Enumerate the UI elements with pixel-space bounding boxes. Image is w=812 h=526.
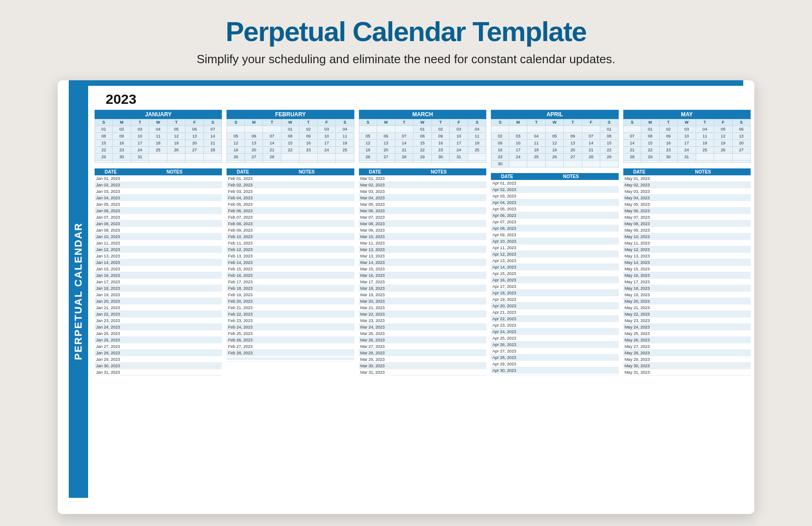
day-cell: 01 [600, 126, 618, 133]
notes-row [491, 374, 618, 376]
week-row: 05060708091011 [227, 133, 354, 140]
week-row: 19202122232425 [227, 147, 354, 154]
day-cell: 09 [660, 133, 678, 140]
notes-date-cell: Feb 25, 2023 [227, 330, 259, 337]
day-cell [527, 161, 545, 167]
notes-header: DATENOTES [95, 168, 222, 175]
notes-date-cell: May 21, 2023 [623, 305, 656, 311]
day-cell: 07 [582, 133, 600, 140]
day-cell: 21 [204, 140, 222, 147]
notes-value-cell [523, 296, 618, 303]
day-cell: 06 [245, 133, 263, 140]
month-column: MAYSMTWTFS010203040506070809101112131415… [623, 110, 751, 376]
month-header: MAY [623, 110, 751, 119]
notes-date-cell: Feb 15, 2023 [227, 266, 259, 272]
notes-value-cell [656, 272, 751, 279]
notes-date-cell: May 05, 2023 [623, 201, 656, 208]
notes-value-cell [127, 182, 222, 188]
notes-row: May 29, 2023 [623, 356, 751, 363]
notes-value-cell [259, 298, 354, 305]
notes-date-cell: Apr 24, 2023 [491, 329, 523, 335]
notes-value-cell [523, 361, 618, 367]
day-cell: 05 [546, 133, 564, 140]
notes-date-cell: Mar 25, 2023 [359, 330, 391, 337]
notes-row: Mar 08, 2023 [359, 221, 486, 227]
notes-value-cell [656, 214, 751, 221]
notes-row: Jan 25, 2023 [95, 330, 222, 337]
notes-row: May 03, 2023 [623, 188, 751, 195]
notes-row: Feb 23, 2023 [227, 317, 354, 324]
week-row: 010203040506 [623, 126, 751, 133]
day-cell: 26 [714, 147, 732, 154]
day-cell [377, 126, 395, 133]
day-cell: 24 [450, 147, 468, 154]
notes-row: Feb 28, 2023 [227, 350, 354, 356]
notes-date-cell: Apr 15, 2023 [491, 270, 523, 277]
notes-row: Jan 09, 2023 [95, 227, 222, 233]
day-cell: 12 [359, 140, 377, 147]
notes-value-cell [259, 266, 354, 272]
notes-date-cell: Mar 13, 2023 [359, 253, 391, 259]
notes-row: May 12, 2023 [623, 246, 751, 253]
notes-value-cell [391, 330, 486, 337]
notes-row: Mar 04, 2023 [359, 195, 486, 201]
notes-date-cell: Mar 02, 2023 [359, 182, 391, 188]
notes-date-cell: Apr 05, 2023 [491, 206, 523, 212]
notes-row: May 07, 2023 [623, 214, 751, 221]
day-cell: 14 [204, 133, 222, 140]
notes-row: Apr 22, 2023 [491, 316, 618, 322]
week-row: 12131415161718 [227, 140, 354, 147]
day-cell: 28 [395, 154, 413, 161]
notes-row: Jan 27, 2023 [95, 343, 222, 350]
week-row: 293031 [95, 154, 222, 161]
notes-date-cell: Feb 08, 2023 [227, 221, 259, 227]
notes-row: Feb 27, 2023 [227, 343, 354, 350]
notes-date-cell: May 02, 2023 [623, 182, 656, 188]
week-row: 01020304 [227, 126, 354, 133]
notes-value-cell [259, 324, 354, 330]
notes-row: Feb 04, 2023 [227, 195, 354, 201]
notes-date-cell: Mar 22, 2023 [359, 311, 391, 317]
notes-date-cell: Jan 29, 2023 [95, 356, 127, 363]
notes-date-cell: Apr 17, 2023 [491, 283, 523, 290]
day-cell: 01 [95, 126, 113, 133]
day-cell [546, 161, 564, 167]
notes-row: Feb 18, 2023 [227, 285, 354, 292]
notes-date-cell: May 23, 2023 [623, 317, 656, 324]
notes-header-notes: NOTES [259, 168, 354, 175]
notes-date-cell: Apr 30, 2023 [491, 367, 523, 374]
notes-row: Feb 10, 2023 [227, 233, 354, 240]
day-cell: 28 [263, 154, 281, 161]
day-cell: 09 [113, 133, 131, 140]
notes-value-cell [259, 279, 354, 285]
day-cell: 26 [227, 154, 245, 161]
notes-date-cell: May 25, 2023 [623, 330, 656, 337]
dow-cell: M [245, 119, 263, 126]
notes-date-cell: Mar 04, 2023 [359, 195, 391, 201]
notes-row: Apr 19, 2023 [491, 296, 618, 303]
notes-row: Apr 26, 2023 [491, 341, 618, 348]
notes-date-cell: Feb 27, 2023 [227, 343, 259, 350]
notes-value-cell [391, 227, 486, 233]
notes-date-cell: Mar 08, 2023 [359, 221, 391, 227]
notes-date-cell: Mar 29, 2023 [359, 356, 391, 363]
notes-row: May 24, 2023 [623, 324, 751, 330]
notes-value-cell [523, 290, 618, 296]
day-cell [623, 126, 641, 133]
notes-row: May 31, 2023 [623, 369, 751, 376]
notes-date-cell: Feb 26, 2023 [227, 337, 259, 343]
notes-value-cell [391, 266, 486, 272]
dow-cell: T [131, 119, 149, 126]
day-cell: 07 [623, 133, 641, 140]
notes-date-cell: Feb 06, 2023 [227, 208, 259, 214]
notes-date-cell: Feb 13, 2023 [227, 253, 259, 259]
dow-cell: W [281, 119, 299, 126]
notes-date-cell: Mar 21, 2023 [359, 305, 391, 311]
day-cell: 27 [185, 147, 203, 154]
notes-row: May 15, 2023 [623, 266, 751, 272]
notes-row: Jan 18, 2023 [95, 285, 222, 292]
day-cell: 03 [131, 126, 149, 133]
notes-row: Feb 24, 2023 [227, 324, 354, 330]
notes-value-cell [656, 253, 751, 259]
notes-value-cell [127, 227, 222, 233]
